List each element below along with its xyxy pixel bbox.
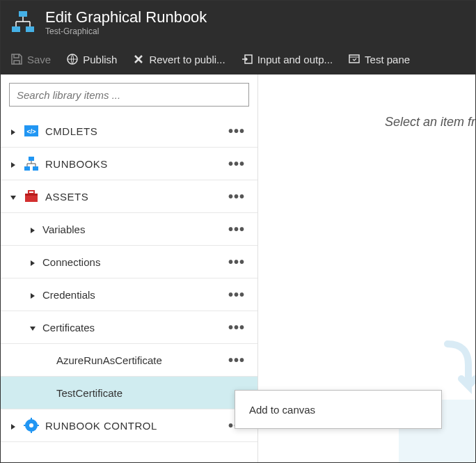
caret-right-icon xyxy=(9,127,17,135)
svg-rect-14 xyxy=(24,166,30,171)
svg-point-24 xyxy=(29,423,33,427)
tree-label: CMDLETS xyxy=(45,125,224,137)
more-icon[interactable]: ••• xyxy=(224,287,249,303)
input-output-icon xyxy=(241,53,253,65)
publish-label: Publish xyxy=(83,54,117,65)
tree-item-runbook-control[interactable]: RUNBOOK CONTROL ••• xyxy=(1,409,257,442)
svg-rect-1 xyxy=(12,26,20,32)
caret-right-icon xyxy=(29,290,37,299)
tree-label: RUNBOOKS xyxy=(45,158,224,170)
cmdlets-icon: </> xyxy=(23,123,40,139)
more-icon[interactable]: ••• xyxy=(224,352,249,368)
publish-button[interactable]: Publish xyxy=(66,53,117,65)
svg-rect-13 xyxy=(29,157,34,161)
revert-label: Revert to publi... xyxy=(149,54,225,65)
tree-label: Connections xyxy=(42,256,224,268)
tree-item-certificates[interactable]: Certificates ••• xyxy=(1,311,257,344)
test-pane-label: Test pane xyxy=(365,54,410,65)
page-subtitle: Test-Graphical xyxy=(45,26,207,36)
more-icon[interactable]: ••• xyxy=(224,189,249,205)
caret-right-icon xyxy=(29,258,37,266)
more-icon[interactable]: ••• xyxy=(224,156,249,172)
tree-item-variables[interactable]: Variables ••• xyxy=(1,213,257,246)
tree-item-connections[interactable]: Connections ••• xyxy=(1,246,257,278)
save-button[interactable]: Save xyxy=(10,53,51,65)
tree-item-assets[interactable]: ASSETS ••• xyxy=(1,180,257,213)
more-icon[interactable]: ••• xyxy=(224,221,249,237)
context-menu-add-to-canvas[interactable]: Add to canvas xyxy=(249,404,315,416)
more-icon[interactable]: ••• xyxy=(224,123,249,139)
svg-rect-21 xyxy=(29,191,34,194)
tree-item-credentials[interactable]: Credentials ••• xyxy=(1,278,257,311)
revert-icon xyxy=(132,53,145,65)
revert-button[interactable]: Revert to publi... xyxy=(132,53,225,65)
runbook-control-icon xyxy=(23,417,40,434)
svg-rect-22 xyxy=(25,194,38,196)
svg-text:</>: </> xyxy=(26,128,35,135)
svg-rect-15 xyxy=(33,166,38,171)
input-output-button[interactable]: Input and outp... xyxy=(241,53,333,65)
tree-item-azure-runas-cert[interactable]: AzureRunAsCertificate ••• xyxy=(1,344,257,377)
svg-rect-27 xyxy=(24,425,26,426)
caret-down-icon xyxy=(29,323,37,331)
tree-label: Variables xyxy=(42,223,224,235)
tree-item-cmdlets[interactable]: </> CMDLETS ••• xyxy=(1,115,257,148)
tree-label: Credentials xyxy=(42,289,224,301)
header-text: Edit Graphical Runbook Test-Graphical xyxy=(45,8,207,36)
tree-label: AzureRunAsCertificate xyxy=(56,354,224,366)
svg-rect-28 xyxy=(36,425,39,426)
caret-right-icon xyxy=(9,159,17,168)
svg-rect-0 xyxy=(19,11,27,17)
canvas-hint: Select an item fr xyxy=(385,115,475,130)
tree-label: RUNBOOK CONTROL xyxy=(45,420,224,432)
publish-icon xyxy=(66,53,79,65)
input-output-label: Input and outp... xyxy=(257,54,333,65)
tree-item-test-cert[interactable]: TestCertificate xyxy=(1,377,257,409)
search-input[interactable] xyxy=(9,83,249,107)
tree-item-runbooks[interactable]: RUNBOOKS ••• xyxy=(1,148,257,180)
caret-right-icon xyxy=(9,421,17,430)
svg-rect-2 xyxy=(26,26,34,32)
more-icon[interactable]: ••• xyxy=(224,254,249,270)
context-menu: Add to canvas xyxy=(235,390,442,429)
test-pane-button[interactable]: Test pane xyxy=(348,53,410,65)
save-label: Save xyxy=(27,54,51,65)
toolbar: Save Publish Revert to publi... Input an… xyxy=(1,44,475,74)
more-icon[interactable]: ••• xyxy=(224,320,249,336)
tree-label: Certificates xyxy=(42,322,224,333)
svg-rect-9 xyxy=(349,55,359,63)
caret-right-icon xyxy=(29,225,37,233)
svg-rect-26 xyxy=(31,430,32,433)
svg-rect-25 xyxy=(31,418,32,421)
runbook-graph-icon xyxy=(10,10,35,35)
header: Edit Graphical Runbook Test-Graphical xyxy=(1,1,475,44)
test-pane-icon xyxy=(348,53,360,65)
assets-icon xyxy=(23,188,40,205)
save-icon xyxy=(10,53,23,65)
page-title: Edit Graphical Runbook xyxy=(45,8,207,26)
caret-down-icon xyxy=(9,192,17,201)
tree-label: ASSETS xyxy=(45,191,224,203)
tree-label: TestCertificate xyxy=(56,387,249,399)
runbooks-icon xyxy=(23,155,40,172)
library-sidebar: </> CMDLETS ••• RUNBOOKS ••• xyxy=(1,74,258,462)
library-tree: </> CMDLETS ••• RUNBOOKS ••• xyxy=(1,115,257,462)
